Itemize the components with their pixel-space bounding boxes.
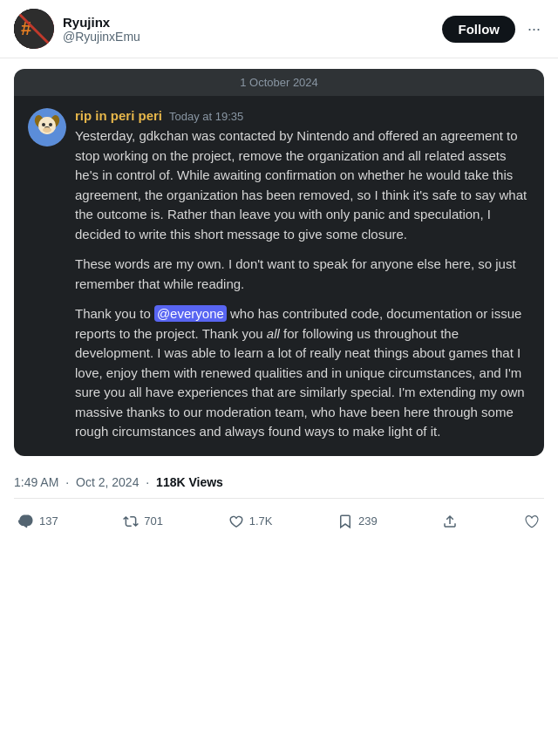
- download-svg: [524, 514, 540, 529]
- profile-avatar[interactable]: #: [14, 9, 54, 49]
- message-avatar[interactable]: [28, 108, 66, 146]
- retweet-svg: [123, 514, 139, 529]
- retweet-count: 701: [144, 514, 163, 528]
- message-paragraph-3: Thank you to @everyone who has contribut…: [75, 304, 530, 442]
- svg-point-14: [43, 127, 51, 133]
- share-action[interactable]: [438, 507, 462, 535]
- download-icon: [523, 513, 541, 530]
- header-username[interactable]: Ryujinx: [63, 15, 442, 30]
- tweet-meta: 1:49 AM · Oct 2, 2024 · 118K Views: [0, 467, 558, 493]
- like-count: 1.7K: [249, 514, 273, 528]
- like-svg: [228, 514, 244, 529]
- message-card: rip in peri peri Today at 19:35 Yesterda…: [14, 96, 544, 456]
- retweet-icon: [122, 513, 140, 530]
- bookmark-svg: [337, 514, 353, 529]
- action-bar: 137 701 1.7K 239: [0, 504, 558, 546]
- italic-all: all: [267, 326, 280, 341]
- like-icon: [228, 513, 245, 530]
- bookmark-icon: [337, 513, 354, 530]
- message-time: Today at 19:35: [169, 110, 243, 123]
- download-action[interactable]: [520, 507, 544, 535]
- dot-separator-1: ·: [65, 475, 69, 489]
- more-options-button[interactable]: ···: [524, 17, 544, 42]
- message-body: Yesterday, gdkchan was contacted by Nint…: [75, 126, 530, 442]
- share-svg: [442, 514, 458, 529]
- comment-icon: [17, 513, 35, 530]
- bookmark-count: 239: [358, 514, 378, 528]
- header-actions: Follow ···: [442, 16, 544, 43]
- comment-action[interactable]: 137: [14, 507, 62, 535]
- message-avatar-image: [28, 108, 66, 146]
- share-icon: [441, 513, 459, 530]
- header-user-info: Ryujinx @RyujinxEmu: [63, 15, 442, 44]
- avatar-logo-icon: #: [14, 9, 54, 49]
- comment-svg: [18, 514, 34, 529]
- divider-top: [14, 498, 544, 499]
- header-handle[interactable]: @RyujinxEmu: [63, 30, 442, 44]
- message-header: rip in peri peri Today at 19:35: [75, 108, 530, 123]
- follow-button[interactable]: Follow: [442, 16, 515, 43]
- message-paragraph-1: Yesterday, gdkchan was contacted by Nint…: [75, 126, 530, 244]
- tweet-date: Oct 2, 2024: [76, 475, 139, 489]
- message-content: rip in peri peri Today at 19:35 Yesterda…: [75, 108, 530, 442]
- bookmark-action[interactable]: 239: [333, 507, 381, 535]
- message-paragraph-2: These words are my own. I don't want to …: [75, 255, 530, 294]
- header: # Ryujinx @RyujinxEmu Follow ···: [0, 0, 558, 58]
- avatar-dog-icon: [28, 108, 66, 146]
- tweet-views: 118K Views: [156, 475, 223, 489]
- svg-point-11: [42, 123, 45, 126]
- everyone-mention[interactable]: @everyone: [154, 305, 227, 322]
- date-separator: 1 October 2024: [14, 69, 544, 96]
- like-action[interactable]: 1.7K: [224, 507, 276, 535]
- dot-separator-2: ·: [146, 475, 149, 489]
- svg-point-12: [49, 123, 52, 126]
- tweet-time: 1:49 AM: [14, 475, 58, 489]
- comment-count: 137: [39, 514, 58, 528]
- message-author[interactable]: rip in peri peri: [75, 108, 162, 123]
- retweet-action[interactable]: 701: [119, 507, 167, 535]
- tweet-container: 1 October 2024: [0, 58, 558, 467]
